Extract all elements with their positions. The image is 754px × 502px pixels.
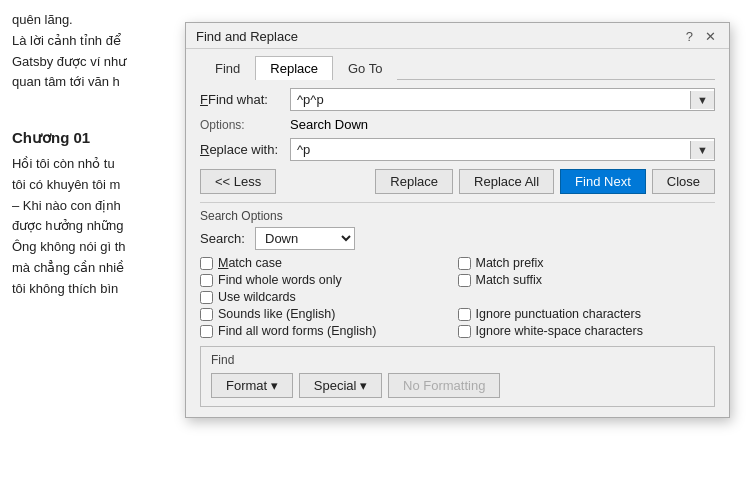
option-whole-words[interactable]: Find whole words only <box>200 273 458 287</box>
document-background: quên lãng. Là lời cảnh tỉnh để Gatsby đư… <box>0 0 185 502</box>
doc-line: Gatsby được ví như <box>12 54 126 69</box>
special-button[interactable]: Special ▾ <box>299 373 382 398</box>
doc-line: tôi không thích bìn <box>12 281 118 296</box>
wildcards-checkbox[interactable] <box>200 291 213 304</box>
match-case-checkbox[interactable] <box>200 257 213 270</box>
less-button[interactable]: << Less <box>200 169 276 194</box>
options-row: Options: Search Down <box>200 117 715 132</box>
dialog-tabs: Find Replace Go To <box>200 55 715 80</box>
doc-line: Là lời cảnh tỉnh để <box>12 33 121 48</box>
format-button[interactable]: Format ▾ <box>211 373 293 398</box>
sounds-like-checkbox[interactable] <box>200 308 213 321</box>
search-direction-row: Search: Down Up All <box>200 227 715 250</box>
dialog-controls: ? ✕ <box>683 29 719 44</box>
replace-with-label: Replace with: <box>200 142 290 157</box>
find-what-input-wrap: ▼ <box>290 88 715 111</box>
replace-with-input-wrap: ▼ <box>290 138 715 161</box>
option-match-prefix[interactable]: Match prefix <box>458 256 716 270</box>
find-what-label: FFind what: <box>200 92 290 107</box>
doc-line: tôi có khuyên tôi m <box>12 177 120 192</box>
doc-line: Hồi tôi còn nhỏ tu <box>12 156 115 171</box>
option-sounds-like[interactable]: Sounds like (English) <box>200 307 458 321</box>
option-match-case[interactable]: Match case <box>200 256 458 270</box>
find-next-button[interactable]: Find Next <box>560 169 646 194</box>
tab-replace[interactable]: Replace <box>255 56 333 80</box>
search-options-label: Search Options <box>200 209 715 223</box>
replace-with-dropdown[interactable]: ▼ <box>690 141 714 159</box>
find-replace-dialog: Find and Replace ? ✕ Find Replace Go To … <box>185 22 730 418</box>
options-grid: Match case Find whole words only Use wil… <box>200 256 715 338</box>
tab-find[interactable]: Find <box>200 56 255 80</box>
dialog-help-button[interactable]: ? <box>683 29 696 44</box>
divider <box>200 202 715 203</box>
action-buttons-row: << Less Replace Replace All Find Next Cl… <box>200 169 715 194</box>
doc-line: quên lãng. <box>12 12 73 27</box>
chapter-heading: Chương 01 <box>12 126 173 150</box>
find-what-row: FFind what: ▼ <box>200 88 715 111</box>
search-direction-select[interactable]: Down Up All <box>255 227 355 250</box>
search-options-section: Search Options Search: Down Up All Match… <box>200 209 715 338</box>
match-suffix-checkbox[interactable] <box>458 274 471 287</box>
ignore-space-checkbox[interactable] <box>458 325 471 338</box>
dialog-body: Find Replace Go To FFind what: ▼ Options… <box>186 49 729 417</box>
whole-words-checkbox[interactable] <box>200 274 213 287</box>
find-what-input[interactable] <box>291 89 690 110</box>
tab-goto[interactable]: Go To <box>333 56 397 80</box>
close-button[interactable]: Close <box>652 169 715 194</box>
find-what-dropdown[interactable]: ▼ <box>690 91 714 109</box>
option-wildcards[interactable]: Use wildcards <box>200 290 458 304</box>
dialog-titlebar: Find and Replace ? ✕ <box>186 23 729 49</box>
options-col-left: Match case Find whole words only Use wil… <box>200 256 458 338</box>
dialog-title: Find and Replace <box>196 29 298 44</box>
doc-line: quan tâm tới văn h <box>12 74 120 89</box>
option-word-forms[interactable]: Find all word forms (English) <box>200 324 458 338</box>
option-ignore-space[interactable]: Ignore white-space characters <box>458 324 716 338</box>
replace-with-input[interactable] <box>291 139 690 160</box>
match-prefix-checkbox[interactable] <box>458 257 471 270</box>
ignore-punct-checkbox[interactable] <box>458 308 471 321</box>
options-value: Search Down <box>290 117 368 132</box>
options-label: Options: <box>200 118 290 132</box>
doc-line: mà chẳng cần nhiề <box>12 260 124 275</box>
find-section-buttons: Format ▾ Special ▾ No Formatting <box>211 373 704 398</box>
replace-button[interactable]: Replace <box>375 169 453 194</box>
find-section-label: Find <box>211 353 704 367</box>
search-direction-label: Search: <box>200 231 255 246</box>
replace-all-button[interactable]: Replace All <box>459 169 554 194</box>
find-section: Find Format ▾ Special ▾ No Formatting <box>200 346 715 407</box>
no-formatting-button[interactable]: No Formatting <box>388 373 500 398</box>
options-col-right: Match prefix Match suffix Ignore punctua… <box>458 256 716 338</box>
word-forms-checkbox[interactable] <box>200 325 213 338</box>
doc-line: – Khi nào con định <box>12 198 121 213</box>
option-ignore-punct[interactable]: Ignore punctuation characters <box>458 307 716 321</box>
option-match-suffix[interactable]: Match suffix <box>458 273 716 287</box>
replace-with-row: Replace with: ▼ <box>200 138 715 161</box>
doc-line: được hưởng những <box>12 218 124 233</box>
dialog-close-button[interactable]: ✕ <box>702 29 719 44</box>
doc-line: Ông không nói gì th <box>12 239 125 254</box>
